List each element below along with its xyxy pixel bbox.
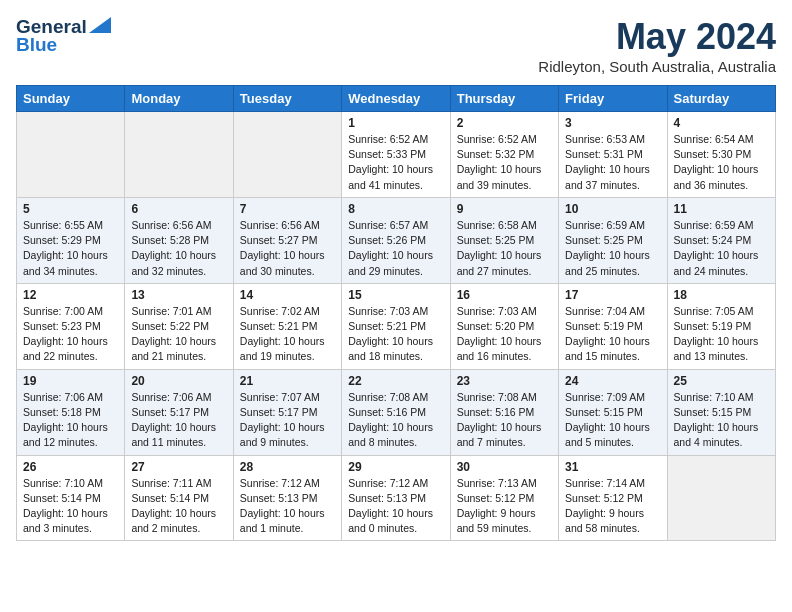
calendar-cell: 8Sunrise: 6:57 AM Sunset: 5:26 PM Daylig… bbox=[342, 197, 450, 283]
calendar-cell: 4Sunrise: 6:54 AM Sunset: 5:30 PM Daylig… bbox=[667, 112, 775, 198]
day-number: 27 bbox=[131, 460, 226, 474]
day-info: Sunrise: 6:52 AM Sunset: 5:33 PM Dayligh… bbox=[348, 132, 443, 193]
calendar-cell: 22Sunrise: 7:08 AM Sunset: 5:16 PM Dayli… bbox=[342, 369, 450, 455]
calendar-cell: 26Sunrise: 7:10 AM Sunset: 5:14 PM Dayli… bbox=[17, 455, 125, 541]
day-number: 6 bbox=[131, 202, 226, 216]
day-info: Sunrise: 6:56 AM Sunset: 5:27 PM Dayligh… bbox=[240, 218, 335, 279]
day-number: 24 bbox=[565, 374, 660, 388]
calendar-cell: 28Sunrise: 7:12 AM Sunset: 5:13 PM Dayli… bbox=[233, 455, 341, 541]
day-info: Sunrise: 6:59 AM Sunset: 5:24 PM Dayligh… bbox=[674, 218, 769, 279]
day-info: Sunrise: 7:00 AM Sunset: 5:23 PM Dayligh… bbox=[23, 304, 118, 365]
day-info: Sunrise: 7:02 AM Sunset: 5:21 PM Dayligh… bbox=[240, 304, 335, 365]
calendar-cell bbox=[233, 112, 341, 198]
day-number: 31 bbox=[565, 460, 660, 474]
day-number: 2 bbox=[457, 116, 552, 130]
day-info: Sunrise: 7:03 AM Sunset: 5:21 PM Dayligh… bbox=[348, 304, 443, 365]
calendar-cell: 15Sunrise: 7:03 AM Sunset: 5:21 PM Dayli… bbox=[342, 283, 450, 369]
calendar-cell: 1Sunrise: 6:52 AM Sunset: 5:33 PM Daylig… bbox=[342, 112, 450, 198]
day-info: Sunrise: 7:10 AM Sunset: 5:15 PM Dayligh… bbox=[674, 390, 769, 451]
calendar-cell: 25Sunrise: 7:10 AM Sunset: 5:15 PM Dayli… bbox=[667, 369, 775, 455]
day-info: Sunrise: 7:07 AM Sunset: 5:17 PM Dayligh… bbox=[240, 390, 335, 451]
day-info: Sunrise: 6:52 AM Sunset: 5:32 PM Dayligh… bbox=[457, 132, 552, 193]
day-number: 14 bbox=[240, 288, 335, 302]
calendar-cell: 2Sunrise: 6:52 AM Sunset: 5:32 PM Daylig… bbox=[450, 112, 558, 198]
title-block: May 2024 Ridleyton, South Australia, Aus… bbox=[538, 16, 776, 75]
day-info: Sunrise: 7:13 AM Sunset: 5:12 PM Dayligh… bbox=[457, 476, 552, 537]
day-info: Sunrise: 7:10 AM Sunset: 5:14 PM Dayligh… bbox=[23, 476, 118, 537]
month-title: May 2024 bbox=[538, 16, 776, 58]
calendar-cell: 6Sunrise: 6:56 AM Sunset: 5:28 PM Daylig… bbox=[125, 197, 233, 283]
calendar-cell: 16Sunrise: 7:03 AM Sunset: 5:20 PM Dayli… bbox=[450, 283, 558, 369]
day-number: 3 bbox=[565, 116, 660, 130]
calendar-week-4: 19Sunrise: 7:06 AM Sunset: 5:18 PM Dayli… bbox=[17, 369, 776, 455]
day-number: 12 bbox=[23, 288, 118, 302]
day-info: Sunrise: 7:01 AM Sunset: 5:22 PM Dayligh… bbox=[131, 304, 226, 365]
calendar-cell: 7Sunrise: 6:56 AM Sunset: 5:27 PM Daylig… bbox=[233, 197, 341, 283]
day-info: Sunrise: 6:57 AM Sunset: 5:26 PM Dayligh… bbox=[348, 218, 443, 279]
calendar-table: SundayMondayTuesdayWednesdayThursdayFrid… bbox=[16, 85, 776, 541]
day-number: 20 bbox=[131, 374, 226, 388]
calendar-header-sunday: Sunday bbox=[17, 86, 125, 112]
day-number: 29 bbox=[348, 460, 443, 474]
day-number: 5 bbox=[23, 202, 118, 216]
svg-marker-0 bbox=[89, 17, 111, 33]
calendar-cell: 24Sunrise: 7:09 AM Sunset: 5:15 PM Dayli… bbox=[559, 369, 667, 455]
day-info: Sunrise: 7:12 AM Sunset: 5:13 PM Dayligh… bbox=[240, 476, 335, 537]
day-info: Sunrise: 7:08 AM Sunset: 5:16 PM Dayligh… bbox=[348, 390, 443, 451]
calendar-header-row: SundayMondayTuesdayWednesdayThursdayFrid… bbox=[17, 86, 776, 112]
calendar-cell: 18Sunrise: 7:05 AM Sunset: 5:19 PM Dayli… bbox=[667, 283, 775, 369]
day-info: Sunrise: 7:14 AM Sunset: 5:12 PM Dayligh… bbox=[565, 476, 660, 537]
calendar-cell: 31Sunrise: 7:14 AM Sunset: 5:12 PM Dayli… bbox=[559, 455, 667, 541]
day-number: 10 bbox=[565, 202, 660, 216]
day-number: 30 bbox=[457, 460, 552, 474]
calendar-header-tuesday: Tuesday bbox=[233, 86, 341, 112]
calendar-cell: 9Sunrise: 6:58 AM Sunset: 5:25 PM Daylig… bbox=[450, 197, 558, 283]
logo-blue: Blue bbox=[16, 34, 57, 56]
day-info: Sunrise: 7:06 AM Sunset: 5:18 PM Dayligh… bbox=[23, 390, 118, 451]
day-number: 25 bbox=[674, 374, 769, 388]
day-number: 18 bbox=[674, 288, 769, 302]
calendar-cell: 3Sunrise: 6:53 AM Sunset: 5:31 PM Daylig… bbox=[559, 112, 667, 198]
calendar-cell: 14Sunrise: 7:02 AM Sunset: 5:21 PM Dayli… bbox=[233, 283, 341, 369]
day-number: 21 bbox=[240, 374, 335, 388]
day-number: 13 bbox=[131, 288, 226, 302]
calendar-cell: 12Sunrise: 7:00 AM Sunset: 5:23 PM Dayli… bbox=[17, 283, 125, 369]
calendar-cell: 29Sunrise: 7:12 AM Sunset: 5:13 PM Dayli… bbox=[342, 455, 450, 541]
day-number: 4 bbox=[674, 116, 769, 130]
day-info: Sunrise: 7:11 AM Sunset: 5:14 PM Dayligh… bbox=[131, 476, 226, 537]
calendar-cell bbox=[17, 112, 125, 198]
day-number: 26 bbox=[23, 460, 118, 474]
calendar-cell bbox=[125, 112, 233, 198]
day-info: Sunrise: 6:54 AM Sunset: 5:30 PM Dayligh… bbox=[674, 132, 769, 193]
day-info: Sunrise: 7:04 AM Sunset: 5:19 PM Dayligh… bbox=[565, 304, 660, 365]
calendar-cell bbox=[667, 455, 775, 541]
day-number: 9 bbox=[457, 202, 552, 216]
day-number: 15 bbox=[348, 288, 443, 302]
calendar-header-monday: Monday bbox=[125, 86, 233, 112]
day-number: 8 bbox=[348, 202, 443, 216]
day-info: Sunrise: 6:53 AM Sunset: 5:31 PM Dayligh… bbox=[565, 132, 660, 193]
day-number: 1 bbox=[348, 116, 443, 130]
day-info: Sunrise: 7:09 AM Sunset: 5:15 PM Dayligh… bbox=[565, 390, 660, 451]
day-number: 19 bbox=[23, 374, 118, 388]
calendar-header-friday: Friday bbox=[559, 86, 667, 112]
day-info: Sunrise: 7:03 AM Sunset: 5:20 PM Dayligh… bbox=[457, 304, 552, 365]
calendar-header-wednesday: Wednesday bbox=[342, 86, 450, 112]
calendar-week-5: 26Sunrise: 7:10 AM Sunset: 5:14 PM Dayli… bbox=[17, 455, 776, 541]
day-info: Sunrise: 7:05 AM Sunset: 5:19 PM Dayligh… bbox=[674, 304, 769, 365]
calendar-week-3: 12Sunrise: 7:00 AM Sunset: 5:23 PM Dayli… bbox=[17, 283, 776, 369]
calendar-cell: 17Sunrise: 7:04 AM Sunset: 5:19 PM Dayli… bbox=[559, 283, 667, 369]
day-info: Sunrise: 7:06 AM Sunset: 5:17 PM Dayligh… bbox=[131, 390, 226, 451]
calendar-header-thursday: Thursday bbox=[450, 86, 558, 112]
day-info: Sunrise: 7:08 AM Sunset: 5:16 PM Dayligh… bbox=[457, 390, 552, 451]
calendar-cell: 20Sunrise: 7:06 AM Sunset: 5:17 PM Dayli… bbox=[125, 369, 233, 455]
logo-icon bbox=[89, 17, 111, 33]
location-title: Ridleyton, South Australia, Australia bbox=[538, 58, 776, 75]
day-number: 22 bbox=[348, 374, 443, 388]
day-number: 23 bbox=[457, 374, 552, 388]
calendar-cell: 5Sunrise: 6:55 AM Sunset: 5:29 PM Daylig… bbox=[17, 197, 125, 283]
day-info: Sunrise: 6:56 AM Sunset: 5:28 PM Dayligh… bbox=[131, 218, 226, 279]
day-info: Sunrise: 6:58 AM Sunset: 5:25 PM Dayligh… bbox=[457, 218, 552, 279]
calendar-cell: 23Sunrise: 7:08 AM Sunset: 5:16 PM Dayli… bbox=[450, 369, 558, 455]
day-number: 16 bbox=[457, 288, 552, 302]
